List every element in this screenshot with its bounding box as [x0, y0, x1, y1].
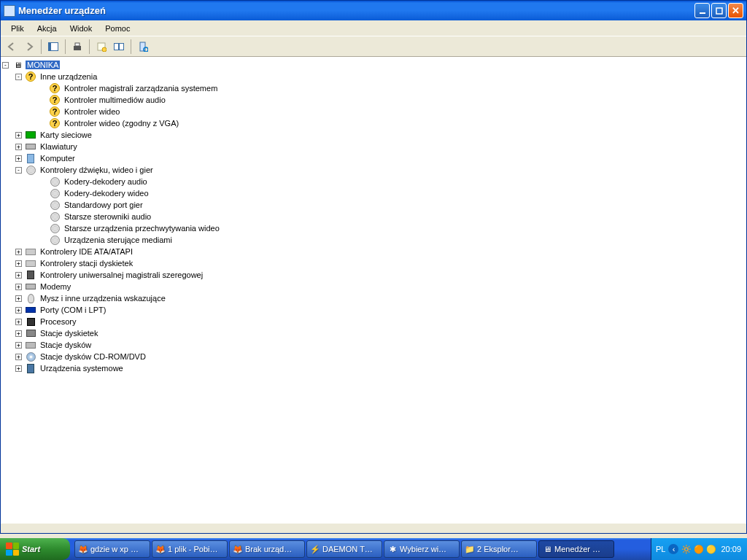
category-label[interactable]: Inne urządzenia [39, 72, 98, 81]
category-label[interactable]: Kontrolery IDE ATA/ATAPI [39, 247, 134, 256]
category-floppy-controllers[interactable]: +Kontrolery stacji dyskietek [2, 257, 746, 269]
expander-icon[interactable]: - [15, 167, 22, 174]
category-mice[interactable]: +Mysz i inne urządzenia wskazujące [2, 292, 746, 304]
expander-icon[interactable]: + [15, 342, 22, 349]
device-item[interactable]: Starsze urządzenia przechwytywania wideo [9, 222, 746, 234]
taskbar-item[interactable]: 🦊gdzie w xp … [74, 540, 150, 558]
expander-icon[interactable]: + [15, 365, 22, 372]
start-button[interactable]: Start [0, 538, 70, 560]
device-item[interactable]: Kontroler wideo [9, 106, 746, 117]
root-label[interactable]: MONIKA [26, 61, 60, 69]
category-label[interactable]: Stacje dysków [39, 341, 93, 349]
category-other-devices[interactable]: - Inne urządzenia [2, 71, 746, 82]
expander-icon[interactable]: + [15, 319, 22, 325]
menu-file[interactable]: Plik [5, 23, 30, 34]
tray-icon[interactable]: 🟠 [694, 544, 704, 554]
view-mode-button[interactable] [45, 39, 61, 55]
taskbar-item[interactable]: 🦊1 plik - Pobi… [152, 540, 228, 558]
category-label[interactable]: Porty (COM i LPT) [39, 306, 107, 314]
menu-view[interactable]: Widok [64, 23, 98, 34]
device-item[interactable]: Kodery-dekodery wideo [9, 187, 746, 199]
minimize-button[interactable] [694, 3, 710, 18]
clock[interactable]: 20:09 [721, 545, 741, 553]
device-item[interactable]: Urządzenia sterujące mediami [9, 234, 746, 246]
device-item[interactable]: Standardowy port gier [9, 199, 746, 211]
expander-icon[interactable]: + [15, 144, 22, 150]
device-label[interactable]: Kontroler multimediów audio [63, 96, 167, 104]
scan-hardware-button[interactable] [135, 39, 151, 55]
device-item[interactable]: Kontroler multimediów audio [9, 94, 746, 106]
taskbar-item-active[interactable]: 🖥Menedżer … [538, 540, 614, 558]
menu-help[interactable]: Pomoc [99, 23, 136, 34]
expander-icon[interactable]: + [15, 295, 22, 302]
category-floppy-drives[interactable]: +Stacje dyskietek [2, 327, 746, 339]
device-item[interactable]: Kontroler wideo (zgodny z VGA) [9, 117, 746, 129]
category-label[interactable]: Kontrolery uniwersalnej magistrali szere… [39, 271, 204, 279]
expander-icon[interactable]: - [15, 74, 22, 80]
category-disk-drives[interactable]: +Stacje dysków [2, 339, 746, 351]
expander-icon[interactable]: + [15, 249, 22, 255]
device-label[interactable]: Kontroler wideo (zgodny z VGA) [63, 119, 180, 128]
category-system-devices[interactable]: +Urządzenia systemowe [2, 362, 746, 374]
device-label[interactable]: Kodery-dekodery audio [63, 177, 149, 186]
device-label[interactable]: Kodery-dekodery wideo [63, 189, 150, 198]
device-label[interactable]: Kontroler wideo [63, 107, 121, 116]
expander-icon[interactable]: + [15, 330, 22, 337]
category-processors[interactable]: +Procesory [2, 316, 746, 327]
category-label[interactable]: Procesory [39, 317, 78, 326]
category-label[interactable]: Urządzenia systemowe [39, 364, 125, 373]
properties-button[interactable] [93, 39, 109, 55]
expander-icon[interactable]: + [15, 354, 22, 360]
category-label[interactable]: Karty sieciowe [39, 131, 93, 139]
device-item[interactable]: Kontroler magistrali zarządzania systeme… [9, 82, 746, 94]
device-label[interactable]: Starsze sterowniki audio [63, 212, 152, 221]
category-label[interactable]: Komputer [39, 154, 77, 163]
category-network-adapters[interactable]: +Karty sieciowe [2, 129, 746, 141]
category-label[interactable]: Stacje dysków CD-ROM/DVD [39, 352, 147, 361]
taskbar-item[interactable]: ⚡DAEMON T… [306, 540, 382, 558]
taskbar-item[interactable]: 🦊Brak urząd… [229, 540, 305, 558]
expander-icon[interactable]: + [15, 307, 22, 314]
category-label[interactable]: Mysz i inne urządzenia wskazujące [39, 294, 167, 303]
expander-icon[interactable]: + [15, 284, 22, 290]
tree-root[interactable]: - MONIKA [2, 59, 746, 71]
titlebar[interactable]: Menedżer urządzeń ✕ [1, 1, 746, 20]
language-indicator[interactable]: PL [656, 545, 665, 553]
expander-icon[interactable]: + [15, 155, 22, 162]
expander-icon[interactable]: - [2, 62, 9, 69]
device-label[interactable]: Urządzenia sterujące mediami [63, 236, 174, 244]
category-ports[interactable]: +Porty (COM i LPT) [2, 304, 746, 316]
maximize-button[interactable] [711, 3, 727, 18]
close-button[interactable]: ✕ [728, 3, 743, 18]
tray-icon[interactable]: 🟡 [706, 544, 716, 554]
device-item[interactable]: Starsze sterowniki audio [9, 211, 746, 222]
category-label[interactable]: Stacje dyskietek [39, 329, 99, 338]
device-label[interactable]: Starsze urządzenia przechwytywania wideo [63, 224, 221, 233]
category-label[interactable]: Kontrolery stacji dyskietek [39, 259, 134, 268]
category-label[interactable]: Klawiatury [39, 142, 79, 151]
category-computer[interactable]: +Komputer [2, 152, 746, 164]
category-label[interactable]: Modemy [39, 282, 72, 291]
tray-expand-icon[interactable]: ‹ [668, 544, 678, 554]
device-label[interactable]: Standardowy port gier [63, 201, 144, 209]
print-button[interactable] [69, 39, 85, 55]
category-ide-controllers[interactable]: +Kontrolery IDE ATA/ATAPI [2, 246, 746, 257]
category-sound-video-game[interactable]: -Kontrolery dźwięku, wideo i gier [2, 164, 746, 176]
category-label[interactable]: Kontrolery dźwięku, wideo i gier [39, 166, 155, 174]
device-label[interactable]: Kontroler magistrali zarządzania systeme… [63, 84, 219, 93]
expander-icon[interactable]: + [15, 272, 22, 279]
expander-icon[interactable]: + [15, 260, 22, 267]
device-tree[interactable]: - MONIKA - Inne urządzenia Kontroler mag… [1, 57, 746, 523]
category-keyboards[interactable]: +Klawiatury [2, 141, 746, 152]
expander-icon[interactable]: + [15, 132, 22, 139]
taskbar-item[interactable]: 📁2 Eksplor… [461, 540, 537, 558]
taskbar-item[interactable]: ✱Wybierz wi… [384, 540, 460, 558]
menu-action[interactable]: Akcja [31, 23, 63, 34]
show-hidden-button[interactable] [111, 39, 127, 55]
system-tray[interactable]: PL ‹ 🔆 🟠 🟡 20:09 [651, 538, 747, 560]
category-usb-controllers[interactable]: +Kontrolery uniwersalnej magistrali szer… [2, 269, 746, 281]
tray-icon[interactable]: 🔆 [681, 544, 692, 554]
category-cdrom-drives[interactable]: +Stacje dysków CD-ROM/DVD [2, 351, 746, 362]
category-modems[interactable]: +Modemy [2, 281, 746, 292]
device-item[interactable]: Kodery-dekodery audio [9, 176, 746, 187]
